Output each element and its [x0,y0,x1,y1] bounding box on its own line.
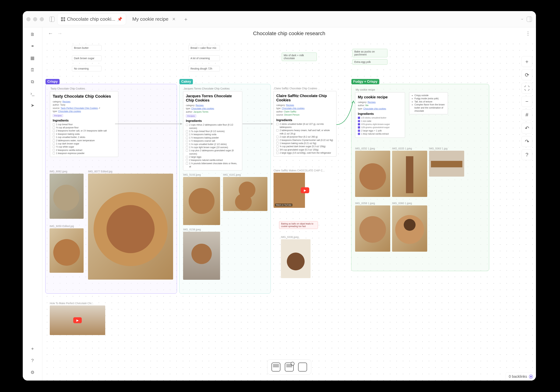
note-resting-dough[interactable]: Resting dough 72h [189,66,220,71]
terminal-icon[interactable]: ›_ [29,89,37,98]
zoom-dot-icon[interactable] [40,17,44,21]
zoom-in-button[interactable]: ＋ [521,56,532,67]
refresh-button[interactable]: ⟳ [521,69,532,80]
sidebar-toggle-icon[interactable] [49,17,55,22]
image-6077[interactable]: IMG_6077 Edited.jpg [88,170,173,280]
svg-point-15 [404,219,416,231]
image-6050[interactable]: IMG_6050 Edited.jpg [50,225,84,273]
svg-rect-1 [50,174,84,219]
card-header: Jacques Torres Chocolate Chip Cookies [184,87,230,90]
grid-icon[interactable]: ▦ [29,54,37,62]
backlinks-count: 0 backlinks [509,374,527,379]
svg-point-13 [359,216,386,243]
right-sidebar-toggle-icon[interactable] [527,17,532,22]
image-6358[interactable]: IMG_6358 1.jpeg [355,202,390,252]
video-perfect-cookies[interactable]: How To Make Perfect Chocolate Chi... [50,302,105,335]
card-header: Tasty Chocolate Chip Cookies [50,87,85,90]
zoom-out-button[interactable]: − [521,96,532,107]
note-dark-brown-sugar[interactable]: Dark brown sugar [72,56,101,61]
video-claire-saffitz[interactable]: Claire Saffitz Makes CHOCOLATE CHIP C...… [273,169,336,208]
card-meta: category: Recipes author: Tasty source: … [53,100,116,113]
svg-point-10 [359,163,386,190]
svg-point-5 [189,188,215,214]
note-mix-chocolate[interactable]: Mix of dark + milk chocolate [282,52,317,61]
canvas-insert-toolbar [267,360,311,375]
tag-recipes[interactable]: #recipes [53,114,63,117]
image-6181[interactable]: IMG_6181.jpeg [223,173,267,211]
image-6360[interactable]: IMG_6360 1.jpeg [392,202,427,252]
note-extra-yolk[interactable]: Extra egg yolk [352,59,388,65]
new-tab-button[interactable]: ＋ [183,16,189,22]
note-bake-pucks[interactable]: Bake as pucks on parchment [352,49,388,57]
shield-icon[interactable]: ⌖ [29,345,37,353]
left-rail-bottom: ⌖ ? ⚙ [29,345,37,376]
titlebar: Chocolate chip cooki... 📌 My cookie reci… [23,11,536,27]
calendar-icon[interactable]: 🗓 [29,66,37,74]
close-tab-icon[interactable]: ✕ [172,17,176,22]
app-window: Chocolate chip cooki... 📌 My cookie reci… [23,11,536,381]
graph-icon[interactable]: ⚭ [29,42,37,50]
send-icon[interactable]: ➤ [29,101,37,109]
canvas-icon [61,17,65,21]
titlebar-right: › [521,17,536,22]
forward-arrow-icon[interactable]: → [57,30,62,36]
fullscreen-button[interactable]: ⛶ [521,83,532,94]
tab-my-cookie-recipe[interactable]: My cookie recipe ✕ [129,13,179,25]
image-6332[interactable]: IMG_6332 1.jpeg [355,147,390,197]
section-label-crispy: Crispy [46,79,60,84]
redo-button[interactable]: ↷ [521,136,532,147]
note-bread-cake-flour[interactable]: Bread + cake flour mix [189,45,220,51]
note-a-lot-of-creaming[interactable]: A lot of creaming [189,56,220,61]
left-rail: 🗎 ⚭ ▦ 🗓 ⧉ ›_ ➤ ⌖ ? ⚙ [23,27,42,381]
ingredients-list: 1 cup bread flour ¾ cup all-purpose flou… [53,123,116,155]
section-label-fudgy: Fudgy + Crispy [351,79,379,84]
section-cakey[interactable]: Cakey Jacques Torres Chocolate Chip Cook… [179,84,271,294]
svg-point-4 [53,239,80,266]
ingredients-heading: Ingredients [53,119,116,122]
backlinks-icon [529,375,533,379]
canvas-outer: ← → Chocolate chip cookie research ⋮ Bro… [42,27,536,381]
insert-media-button[interactable] [285,363,294,372]
card-claire-saffitz[interactable]: Claire Saffitz Chocolate Chip Cookies Cl… [273,91,336,157]
note-baking-silpat[interactable]: Baking as balls on silpat leads to cooki… [279,221,318,229]
card-jacques-torres[interactable]: Jacques Torres Chocolate Chip Cookies Ja… [183,91,242,170]
pin-icon[interactable]: 📌 [117,17,122,22]
document-title: Chocolate chip cookie research [42,30,536,36]
canvas[interactable]: Brown butter Dark brown sugar No creamin… [42,39,536,381]
card-title: Tasty Chocolate Chip Cookies [53,94,116,99]
copy-icon[interactable]: ⧉ [29,78,37,86]
section-fudgy[interactable]: Fudgy + Crispy My cookie recipe My cooki… [351,84,489,271]
insert-note-button[interactable] [271,363,280,372]
image-6333[interactable]: IMG_6333 1.jpeg [392,147,427,197]
tab-chocolate-chip[interactable]: Chocolate chip cooki... 📌 [57,13,126,25]
card-my-recipe[interactable]: My cookie recipe My cookie recipe catego… [355,92,405,138]
image-6082[interactable]: IMG_6082.jpeg [50,170,84,219]
undo-button[interactable]: ↶ [521,123,532,134]
image-6363[interactable]: IMG_6363 1.jpg [429,147,464,176]
note-goals[interactable]: Crispy outside Fudgy inside (extra yolk)… [409,92,448,114]
backlinks-bar[interactable]: 0 backlinks [506,372,536,381]
tab-label: Chocolate chip cooki... [67,16,115,22]
card-tasty-cookies[interactable]: Tasty Chocolate Chip Cookies Tasty Choco… [50,91,118,157]
image-6158[interactable]: IMG_6158.jpeg [183,228,220,280]
minimize-dot-icon[interactable] [33,17,37,21]
settings-icon[interactable]: ⚙ [29,368,37,376]
arrow-cakey-to-claire [242,124,273,124]
more-menu-icon[interactable]: ⋮ [526,31,530,36]
note-brown-butter[interactable]: Brown butter [72,45,101,51]
section-crispy[interactable]: Crispy Tasty Chocolate Chip Cookies Tast… [45,84,177,294]
file-icon[interactable]: 🗎 [29,30,37,39]
image-6193[interactable]: IMG_6193.jpeg [183,173,220,225]
note-no-creaming[interactable]: No creaming [72,66,101,71]
image-6330[interactable]: IMG_6330.jpeg [281,235,310,278]
traffic-lights[interactable] [26,17,44,21]
help-button[interactable]: ? [521,149,532,160]
section-label-cakey: Cakey [180,79,193,84]
back-arrow-icon[interactable]: ← [48,30,53,36]
frame-button[interactable]: # [521,109,532,120]
chevron-down-icon[interactable]: › [519,19,524,20]
insert-card-button[interactable] [298,363,307,372]
close-dot-icon[interactable] [26,17,30,21]
help-icon[interactable]: ? [29,356,37,365]
svg-point-3 [107,205,155,253]
